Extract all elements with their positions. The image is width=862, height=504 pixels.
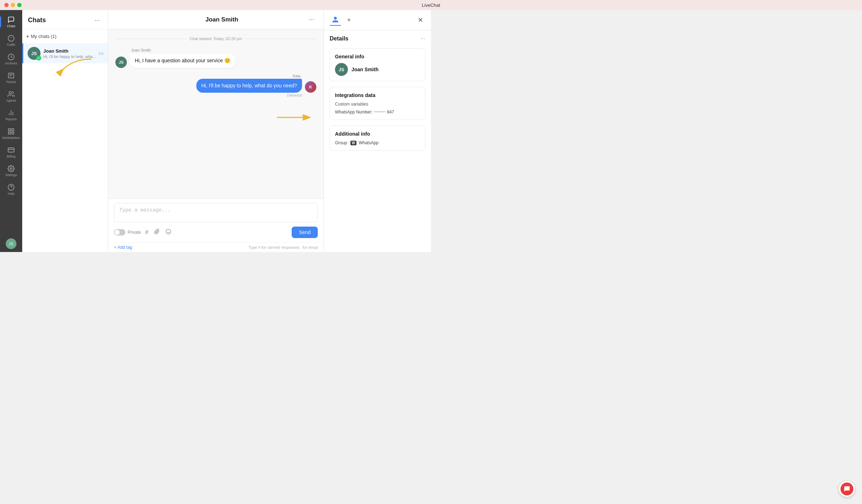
sidebar-label-settings: Settings (5, 173, 17, 177)
chat-started-bar: Chat started: Today, 02:28 pm (115, 37, 316, 41)
chat-header: Joan Smith ··· (108, 10, 324, 29)
sidebar-item-archives[interactable]: Archives (0, 50, 22, 68)
details-title: Details (330, 35, 348, 42)
sidebar-item-traffic[interactable]: Traffic (0, 32, 22, 49)
hashtag-button[interactable]: # (144, 228, 150, 237)
sidebar-label-billing: Billing (7, 155, 15, 158)
sidebar-item-agents[interactable]: Agents (0, 87, 22, 105)
chat-header-contact-name: Joan Smith (205, 16, 238, 23)
chat-input-area: Private # Send (108, 198, 324, 242)
svg-rect-15 (8, 148, 14, 152)
add-panel-button[interactable]: + (344, 15, 354, 25)
tickets-icon (7, 72, 15, 79)
app-title: LiveChat (422, 3, 431, 8)
whatsapp-group-badge: W (350, 141, 356, 145)
svg-rect-12 (12, 129, 14, 131)
sidebar-label-reports: Reports (5, 117, 17, 121)
additional-info-row: Group: W WhatsApp (335, 140, 420, 145)
traffic-icon (7, 34, 15, 42)
incoming-avatar: JS (115, 57, 127, 68)
general-info-row: JS Joan Smith (335, 63, 420, 76)
chat-main: Joan Smith ··· Chat started: Today, 02:2… (108, 10, 324, 252)
message-status: Delivered (115, 93, 302, 97)
sidebar-label-chats: Chats (7, 24, 15, 28)
window-close-button[interactable] (4, 3, 9, 7)
chat-time: 1m (99, 52, 104, 55)
window-maximize-button[interactable] (17, 3, 21, 7)
custom-variables-label: Custom variables (335, 102, 420, 107)
sidebar: Chats Traffic Archives Tickets (0, 10, 22, 252)
chat-list-panel: Chats ··· ▾ My chats (1) JS ✓ Joan Smith… (22, 10, 108, 252)
whatsapp-suffix: 847 (387, 110, 394, 115)
sidebar-item-chats[interactable]: Chats (0, 13, 22, 31)
send-button[interactable]: Send (292, 227, 318, 238)
incoming-sender-label: Joan Smith (131, 48, 316, 52)
details-title-row: Details ··· (324, 30, 431, 45)
message-group-outgoing: Kaia K Hi, I'll be happy to help, what d… (115, 74, 316, 98)
details-more-button[interactable]: ··· (421, 35, 425, 42)
private-toggle-group: Private (114, 229, 141, 236)
sidebar-label-tickets: Tickets (6, 80, 16, 84)
svg-point-7 (9, 92, 11, 94)
integrations-section: Integrations data Custom variables Whats… (330, 87, 425, 120)
sidebar-item-billing[interactable]: Billing (0, 143, 22, 161)
general-info-name: Joan Smith (351, 67, 378, 72)
chat-avatar-initials: JS (31, 51, 37, 56)
user-avatar[interactable]: JS (6, 238, 16, 249)
message-row-incoming: JS Hi, I have a question about your serv… (115, 54, 316, 68)
my-chats-section: ▾ My chats (1) (22, 29, 108, 43)
whatsapp-badge-icon: ✓ (36, 55, 41, 60)
add-tag-button[interactable]: + Add tag (114, 245, 132, 250)
sidebar-label-archives: Archives (5, 62, 18, 65)
chat-list-title: Chats (28, 16, 46, 24)
sidebar-label-marketplace: Marketplace (2, 136, 20, 140)
general-info-section: General info JS Joan Smith (330, 48, 425, 81)
chat-messages: Chat started: Today, 02:28 pm Joan Smith… (108, 29, 324, 198)
chat-list-header: Chats ··· (22, 10, 108, 29)
svg-rect-11 (9, 129, 11, 131)
group-name: WhatsApp (359, 140, 378, 145)
chat-info: Joan Smith Hi, I'll be happy to help, wh… (43, 48, 97, 59)
yellow-arrow-right (273, 110, 316, 125)
title-bar: LiveChat (0, 0, 431, 10)
general-info-title: General info (335, 54, 420, 59)
divider-left (115, 39, 186, 39)
whatsapp-masked: •••••••• (374, 110, 386, 115)
chat-header-menu-button[interactable]: ··· (307, 15, 316, 24)
private-toggle[interactable] (114, 229, 125, 236)
private-label: Private (128, 230, 141, 235)
sidebar-item-reports[interactable]: Reports (0, 106, 22, 124)
chat-list-menu-button[interactable]: ··· (92, 16, 102, 25)
sidebar-item-help[interactable]: Help (0, 180, 22, 198)
input-toolbar: Private # Send (114, 224, 318, 238)
settings-icon (7, 165, 15, 173)
message-input[interactable] (114, 203, 318, 222)
details-close-button[interactable]: ✕ (416, 15, 425, 25)
attachment-button[interactable] (153, 227, 161, 237)
emoji-button[interactable] (164, 227, 173, 237)
group-label: Group: (335, 140, 348, 145)
divider-right (246, 39, 316, 39)
incoming-avatar-initials: JS (119, 60, 123, 64)
agents-icon (7, 90, 15, 98)
toggle-arrow-icon: ▾ (27, 34, 29, 39)
whatsapp-field: WhatsApp Number: •••••••• 847 (335, 110, 420, 115)
reports-icon (7, 109, 15, 117)
message-row-outgoing: K Hi, I'll be happy to help, what do you… (115, 79, 316, 93)
contact-icon[interactable] (330, 14, 341, 26)
general-info-avatar: JS (335, 63, 348, 76)
window-minimize-button[interactable] (11, 3, 15, 7)
svg-point-17 (10, 168, 12, 170)
sidebar-item-tickets[interactable]: Tickets (0, 69, 22, 87)
sidebar-item-settings[interactable]: Settings (0, 162, 22, 180)
incoming-bubble: Hi, I have a question about your service… (130, 54, 235, 68)
sidebar-item-marketplace[interactable]: Marketplace (0, 125, 22, 142)
chat-list-item[interactable]: JS ✓ Joan Smith Hi, I'll be happy to hel… (22, 43, 108, 63)
svg-rect-14 (12, 132, 14, 134)
outgoing-sender-label: Kaia (115, 74, 301, 78)
my-chats-toggle[interactable]: ▾ My chats (1) (27, 32, 104, 40)
window-controls[interactable] (4, 3, 21, 7)
chat-contact-name: Joan Smith (43, 48, 97, 54)
sidebar-label-help: Help (8, 192, 15, 195)
message-group-incoming: Joan Smith JS Hi, I have a question abou… (115, 48, 316, 68)
